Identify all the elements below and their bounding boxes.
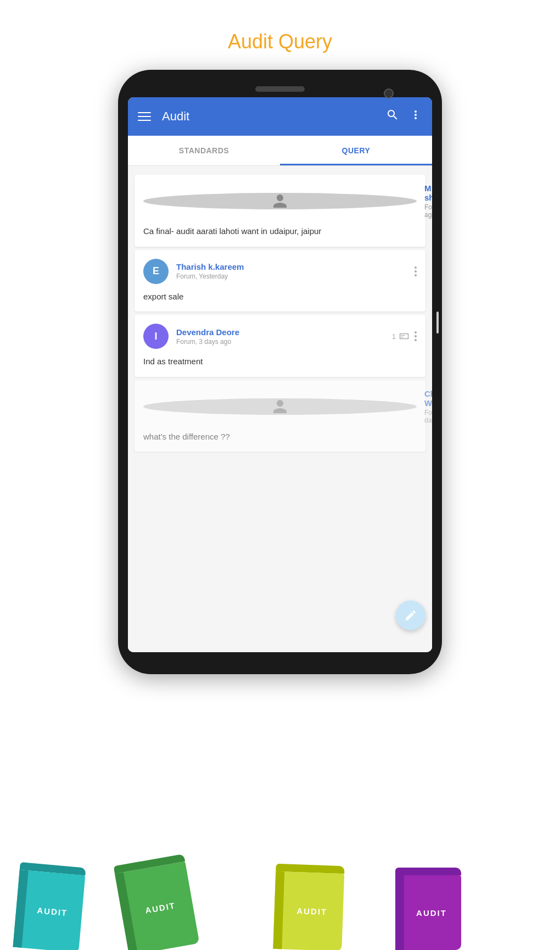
book-3: AUDIT xyxy=(395,868,461,950)
phone-camera xyxy=(384,88,394,98)
page-title: Audit Query xyxy=(228,30,332,53)
card-user-name: Tharish k.kareem xyxy=(176,262,415,271)
more-vertical-icon[interactable] xyxy=(409,108,422,125)
phone-shell: Audit STANDARDS QUERY xyxy=(118,70,442,674)
card-user-name: Devendra Deore xyxy=(176,327,392,337)
card-user-name: Chinmay Wagh xyxy=(424,389,432,408)
card-header: I Devendra Deore Forum, 3 days ago 1 xyxy=(143,324,417,349)
fab-container xyxy=(396,601,425,630)
card-text: what's the difference ?? xyxy=(143,431,417,443)
search-icon[interactable] xyxy=(386,108,399,125)
compose-fab-button[interactable] xyxy=(396,601,425,630)
books-area: AUDIT AUDIT AUDIT AUDIT xyxy=(0,796,560,950)
card-user-name: M S shekhawat xyxy=(424,184,432,202)
query-card[interactable]: I Devendra Deore Forum, 3 days ago 1 Ind… xyxy=(135,315,425,377)
query-card[interactable]: M S shekhawat Forum, 23 hr. ago Ca final… xyxy=(135,175,425,247)
query-card[interactable]: Chinmay Wagh Forum, 3 days ago what's th… xyxy=(135,380,425,452)
book-0: AUDIT xyxy=(13,862,86,950)
card-time: Forum, 23 hr. ago xyxy=(424,203,432,219)
card-text: Ca final- audit aarati lahoti want in ud… xyxy=(143,225,417,238)
card-time: Forum, 3 days ago xyxy=(176,338,392,346)
book-2: AUDIT xyxy=(273,864,344,950)
book-label: AUDIT xyxy=(416,908,447,918)
card-meta: M S shekhawat Forum, 23 hr. ago xyxy=(424,184,432,219)
card-text: Ind as treatment xyxy=(143,355,417,368)
hamburger-icon[interactable] xyxy=(138,112,151,121)
book-label: AUDIT xyxy=(37,905,68,918)
book-1: AUDIT xyxy=(114,854,200,950)
reply-info: 1 xyxy=(392,332,409,341)
card-meta: Tharish k.kareem Forum, Yesterday xyxy=(176,262,415,280)
reply-icon xyxy=(399,332,409,340)
phone-speaker xyxy=(255,86,305,92)
card-meta: Devendra Deore Forum, 3 days ago xyxy=(176,327,392,346)
card-time: Forum, 3 days ago xyxy=(424,409,432,424)
card-text: export sale xyxy=(143,291,417,303)
tab-standards[interactable]: STANDARDS xyxy=(128,136,280,165)
more-options-icon[interactable] xyxy=(415,266,417,276)
book-label: AUDIT xyxy=(144,901,176,915)
card-meta: Chinmay Wagh Forum, 3 days ago xyxy=(424,389,432,424)
avatar: E xyxy=(143,259,169,284)
avatar xyxy=(143,398,417,415)
avatar xyxy=(143,193,417,209)
book-label: AUDIT xyxy=(296,906,327,916)
query-card[interactable]: E Tharish k.kareem Forum, Yesterday expo… xyxy=(135,250,425,312)
app-bar-title: Audit xyxy=(162,109,386,124)
phone-screen: Audit STANDARDS QUERY xyxy=(128,97,432,652)
tab-query[interactable]: QUERY xyxy=(280,136,432,165)
card-header: M S shekhawat Forum, 23 hr. ago xyxy=(143,184,417,219)
more-options-icon[interactable] xyxy=(415,331,417,341)
card-header: Chinmay Wagh Forum, 3 days ago xyxy=(143,389,417,424)
app-bar: Audit xyxy=(128,97,432,136)
tabs-bar: STANDARDS QUERY xyxy=(128,136,432,166)
content-area: M S shekhawat Forum, 23 hr. ago Ca final… xyxy=(128,166,432,652)
scrollbar xyxy=(436,312,439,334)
app-bar-icons xyxy=(386,108,422,125)
card-time: Forum, Yesterday xyxy=(176,273,415,280)
avatar: I xyxy=(143,324,169,349)
reply-count: 1 xyxy=(392,332,396,341)
card-header: E Tharish k.kareem Forum, Yesterday xyxy=(143,259,417,284)
